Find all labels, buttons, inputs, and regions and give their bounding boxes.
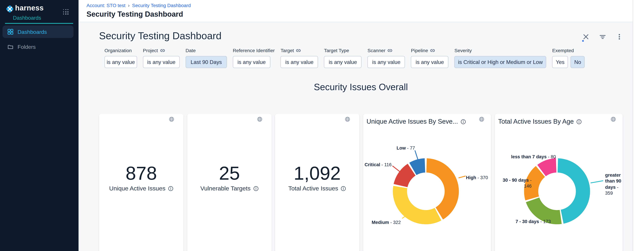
dashboard-toolbar (582, 33, 622, 40)
stat-card-vulnerable-targets: 25 Vulnerable Targets (187, 114, 272, 251)
brand-wordmark: harness (15, 4, 44, 12)
globe-icon[interactable] (345, 117, 350, 122)
link-icon (160, 48, 165, 53)
sidebar-item-label: Folders (18, 43, 36, 50)
harness-security-testing-dashboard: harness Dashboards Dashboards Folders (0, 0, 644, 251)
filter-scanner: Scanner is any value (368, 48, 405, 68)
module-label: Dashboards (13, 15, 41, 21)
filter-bar: Organization is any value Project is any… (104, 48, 585, 68)
stat-label: Unique Active Issues (109, 185, 165, 192)
module-underline (5, 23, 73, 24)
link-icon (430, 48, 435, 53)
breadcrumb: Account: STO test › Security Testing Das… (86, 3, 191, 8)
link-icon (388, 48, 392, 53)
breadcrumb-page-link[interactable]: Security Testing Dashboard (132, 3, 191, 8)
callout-label-high: High - 370 (466, 175, 491, 181)
filter-label: Target (280, 48, 294, 53)
sidebar-item-dashboards[interactable]: Dashboards (2, 25, 74, 38)
callout-label-low: Low - 77 (380, 145, 415, 151)
filter-target-value[interactable]: is any value (280, 56, 318, 68)
filter-pipeline-value[interactable]: is any value (411, 56, 448, 68)
filter-project-value[interactable]: is any value (143, 56, 180, 68)
breadcrumb-account-link[interactable]: Account: STO test (86, 3, 126, 8)
stat-label: Vulnerable Targets (200, 185, 250, 192)
filter-label: Pipeline (411, 48, 428, 53)
filter-label: Target Type (324, 48, 349, 53)
donut-age-svg (524, 158, 590, 224)
stat-value: 25 (187, 164, 272, 183)
filter-severity-value[interactable]: is Critical or High or Medium or Low (454, 56, 546, 68)
filter-project: Project is any value (143, 48, 180, 68)
filter-pipeline: Pipeline is any value (411, 48, 448, 68)
info-icon[interactable] (253, 186, 258, 191)
filter-severity: Severity is Critical or High or Medium o… (454, 48, 546, 68)
stat-label: Total Active Issues (288, 185, 338, 192)
link-icon (296, 48, 301, 53)
filter-label: Exempted (552, 48, 574, 53)
filter-reference-identifier-value[interactable]: is any value (233, 56, 270, 68)
chart-card-issues-by-severity: Unique Active Issues By Seve... Low - 77… (363, 114, 491, 251)
stat-card-total-active-issues: 1,092 Total Active Issues (275, 114, 360, 251)
filter-icon[interactable] (599, 33, 606, 40)
exempted-no-button[interactable]: No (570, 56, 585, 68)
donut-chart-severity: Low - 77 Critical - 116 Medium - 322 Hig… (363, 114, 491, 251)
sidebar-item-label: Dashboards (18, 29, 47, 35)
filter-label: Severity (454, 48, 472, 53)
callout-line-greater-than-90-days (590, 180, 603, 183)
filter-exempted: Exempted Yes No (552, 48, 585, 68)
callout-label-30-90-days: 30 - 90 days - 146 (496, 177, 532, 189)
filter-target: Target is any value (280, 48, 318, 68)
filter-scanner-value[interactable]: is any value (368, 56, 405, 68)
scrollbar[interactable] (633, 0, 644, 251)
kebab-menu-icon[interactable] (616, 33, 623, 40)
filter-organization: Organization is any value (104, 48, 137, 68)
callout-label-critical: Critical - 116 (364, 162, 392, 168)
filter-reference-identifier: Reference Identifier is any value (233, 48, 275, 68)
filter-date: Date Last 90 Days (186, 48, 227, 68)
filter-target-type-value[interactable]: is any value (324, 56, 362, 68)
top-header: Account: STO test › Security Testing Das… (78, 0, 644, 22)
page-title: Security Testing Dashboard (86, 10, 183, 19)
exempted-yes-button[interactable]: Yes (552, 56, 568, 68)
callout-line-high (458, 176, 466, 178)
globe-icon[interactable] (169, 117, 174, 122)
stat-card-unique-active-issues: 878 Unique Active Issues (99, 114, 184, 251)
folder-icon (8, 44, 14, 50)
filter-organization-value[interactable]: is any value (104, 56, 137, 68)
module-switcher-icon[interactable] (63, 9, 68, 15)
close-icon[interactable] (582, 33, 589, 40)
donut-chart-age: less than 7 days - 80 30 - 90 days - 146… (495, 114, 623, 251)
chevron-right-icon: › (128, 3, 130, 8)
stat-value: 878 (99, 164, 184, 183)
section-title: Security Issues Overall (99, 82, 622, 93)
filter-date-value[interactable]: Last 90 Days (186, 56, 227, 68)
donut-severity-svg (393, 158, 459, 224)
callout-label-less-than-7-days: less than 7 days - 80 (507, 154, 556, 160)
globe-icon[interactable] (257, 117, 262, 122)
filter-label: Date (186, 48, 196, 53)
info-icon[interactable] (168, 186, 173, 191)
filter-target-type: Target Type is any value (324, 48, 362, 68)
dashboard-panel-title: Security Testing Dashboard (99, 30, 222, 42)
callout-label-greater-than-90-days: greater than 90 days - 359 (605, 172, 624, 196)
sidebar: harness Dashboards Dashboards Folders (0, 0, 78, 251)
chart-card-issues-by-age: Total Active Issues By Age less than 7 d… (495, 114, 623, 251)
filter-label: Organization (104, 48, 132, 53)
sidebar-item-folders[interactable]: Folders (2, 40, 74, 53)
harness-logo-icon[interactable] (6, 4, 14, 13)
dashboard-content: Security Testing Dashboard Organization … (78, 22, 633, 251)
callout-label-medium: Medium - 322 (372, 219, 401, 225)
callout-label-7-30-days: 7 - 30 days - 173 (514, 219, 551, 225)
filter-label: Scanner (368, 48, 385, 53)
stat-value: 1,092 (275, 164, 360, 183)
cursor-dot (582, 40, 584, 42)
info-icon[interactable] (341, 186, 346, 191)
filter-label: Reference Identifier (233, 48, 275, 53)
filter-label: Project (143, 48, 158, 53)
dashboard-grid-icon (8, 29, 14, 35)
